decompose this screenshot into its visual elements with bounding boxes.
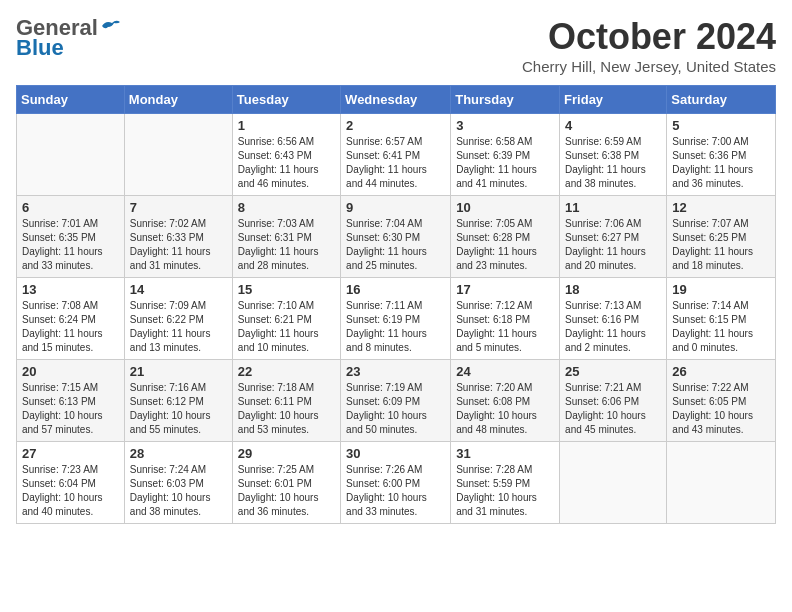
- day-info: Sunrise: 7:06 AM Sunset: 6:27 PM Dayligh…: [565, 217, 661, 273]
- day-info: Sunrise: 7:28 AM Sunset: 5:59 PM Dayligh…: [456, 463, 554, 519]
- logo-blue: Blue: [16, 36, 64, 60]
- calendar-cell: 5Sunrise: 7:00 AM Sunset: 6:36 PM Daylig…: [667, 114, 776, 196]
- calendar-cell: 30Sunrise: 7:26 AM Sunset: 6:00 PM Dayli…: [341, 442, 451, 524]
- day-info: Sunrise: 7:01 AM Sunset: 6:35 PM Dayligh…: [22, 217, 119, 273]
- calendar-cell: 14Sunrise: 7:09 AM Sunset: 6:22 PM Dayli…: [124, 278, 232, 360]
- day-number: 4: [565, 118, 661, 133]
- calendar-cell: 18Sunrise: 7:13 AM Sunset: 6:16 PM Dayli…: [560, 278, 667, 360]
- day-number: 6: [22, 200, 119, 215]
- day-info: Sunrise: 7:12 AM Sunset: 6:18 PM Dayligh…: [456, 299, 554, 355]
- calendar-week-row: 13Sunrise: 7:08 AM Sunset: 6:24 PM Dayli…: [17, 278, 776, 360]
- day-number: 3: [456, 118, 554, 133]
- calendar-cell: 4Sunrise: 6:59 AM Sunset: 6:38 PM Daylig…: [560, 114, 667, 196]
- calendar-cell: 21Sunrise: 7:16 AM Sunset: 6:12 PM Dayli…: [124, 360, 232, 442]
- day-number: 16: [346, 282, 445, 297]
- weekday-header-wednesday: Wednesday: [341, 86, 451, 114]
- day-number: 30: [346, 446, 445, 461]
- calendar-cell: 17Sunrise: 7:12 AM Sunset: 6:18 PM Dayli…: [451, 278, 560, 360]
- calendar-cell: [667, 442, 776, 524]
- day-number: 17: [456, 282, 554, 297]
- weekday-header-row: SundayMondayTuesdayWednesdayThursdayFrid…: [17, 86, 776, 114]
- location: Cherry Hill, New Jersey, United States: [522, 58, 776, 75]
- day-number: 26: [672, 364, 770, 379]
- calendar-cell: 11Sunrise: 7:06 AM Sunset: 6:27 PM Dayli…: [560, 196, 667, 278]
- day-info: Sunrise: 7:00 AM Sunset: 6:36 PM Dayligh…: [672, 135, 770, 191]
- day-number: 5: [672, 118, 770, 133]
- day-info: Sunrise: 7:05 AM Sunset: 6:28 PM Dayligh…: [456, 217, 554, 273]
- day-number: 22: [238, 364, 335, 379]
- calendar-week-row: 6Sunrise: 7:01 AM Sunset: 6:35 PM Daylig…: [17, 196, 776, 278]
- calendar-cell: 31Sunrise: 7:28 AM Sunset: 5:59 PM Dayli…: [451, 442, 560, 524]
- page-header: General Blue October 2024 Cherry Hill, N…: [16, 16, 776, 75]
- month-title: October 2024: [522, 16, 776, 58]
- day-info: Sunrise: 7:25 AM Sunset: 6:01 PM Dayligh…: [238, 463, 335, 519]
- logo-bird-icon: [100, 18, 122, 34]
- day-number: 19: [672, 282, 770, 297]
- day-number: 1: [238, 118, 335, 133]
- day-number: 7: [130, 200, 227, 215]
- day-number: 31: [456, 446, 554, 461]
- calendar-week-row: 27Sunrise: 7:23 AM Sunset: 6:04 PM Dayli…: [17, 442, 776, 524]
- calendar-cell: 19Sunrise: 7:14 AM Sunset: 6:15 PM Dayli…: [667, 278, 776, 360]
- day-number: 10: [456, 200, 554, 215]
- calendar-cell: 6Sunrise: 7:01 AM Sunset: 6:35 PM Daylig…: [17, 196, 125, 278]
- calendar-table: SundayMondayTuesdayWednesdayThursdayFrid…: [16, 85, 776, 524]
- calendar-cell: [124, 114, 232, 196]
- day-number: 13: [22, 282, 119, 297]
- title-section: October 2024 Cherry Hill, New Jersey, Un…: [522, 16, 776, 75]
- day-number: 27: [22, 446, 119, 461]
- day-info: Sunrise: 7:21 AM Sunset: 6:06 PM Dayligh…: [565, 381, 661, 437]
- calendar-cell: 8Sunrise: 7:03 AM Sunset: 6:31 PM Daylig…: [232, 196, 340, 278]
- day-number: 15: [238, 282, 335, 297]
- day-info: Sunrise: 7:18 AM Sunset: 6:11 PM Dayligh…: [238, 381, 335, 437]
- day-info: Sunrise: 7:07 AM Sunset: 6:25 PM Dayligh…: [672, 217, 770, 273]
- day-info: Sunrise: 7:04 AM Sunset: 6:30 PM Dayligh…: [346, 217, 445, 273]
- day-info: Sunrise: 7:03 AM Sunset: 6:31 PM Dayligh…: [238, 217, 335, 273]
- calendar-cell: [560, 442, 667, 524]
- calendar-cell: [17, 114, 125, 196]
- day-info: Sunrise: 7:26 AM Sunset: 6:00 PM Dayligh…: [346, 463, 445, 519]
- calendar-cell: 27Sunrise: 7:23 AM Sunset: 6:04 PM Dayli…: [17, 442, 125, 524]
- calendar-cell: 23Sunrise: 7:19 AM Sunset: 6:09 PM Dayli…: [341, 360, 451, 442]
- calendar-cell: 24Sunrise: 7:20 AM Sunset: 6:08 PM Dayli…: [451, 360, 560, 442]
- calendar-week-row: 20Sunrise: 7:15 AM Sunset: 6:13 PM Dayli…: [17, 360, 776, 442]
- weekday-header-friday: Friday: [560, 86, 667, 114]
- day-number: 21: [130, 364, 227, 379]
- day-info: Sunrise: 6:59 AM Sunset: 6:38 PM Dayligh…: [565, 135, 661, 191]
- logo: General Blue: [16, 16, 122, 60]
- weekday-header-thursday: Thursday: [451, 86, 560, 114]
- day-info: Sunrise: 7:19 AM Sunset: 6:09 PM Dayligh…: [346, 381, 445, 437]
- day-info: Sunrise: 7:16 AM Sunset: 6:12 PM Dayligh…: [130, 381, 227, 437]
- day-info: Sunrise: 7:10 AM Sunset: 6:21 PM Dayligh…: [238, 299, 335, 355]
- day-number: 24: [456, 364, 554, 379]
- day-info: Sunrise: 6:57 AM Sunset: 6:41 PM Dayligh…: [346, 135, 445, 191]
- calendar-cell: 1Sunrise: 6:56 AM Sunset: 6:43 PM Daylig…: [232, 114, 340, 196]
- day-number: 23: [346, 364, 445, 379]
- day-number: 29: [238, 446, 335, 461]
- calendar-week-row: 1Sunrise: 6:56 AM Sunset: 6:43 PM Daylig…: [17, 114, 776, 196]
- calendar-cell: 10Sunrise: 7:05 AM Sunset: 6:28 PM Dayli…: [451, 196, 560, 278]
- calendar-cell: 7Sunrise: 7:02 AM Sunset: 6:33 PM Daylig…: [124, 196, 232, 278]
- calendar-cell: 22Sunrise: 7:18 AM Sunset: 6:11 PM Dayli…: [232, 360, 340, 442]
- calendar-cell: 28Sunrise: 7:24 AM Sunset: 6:03 PM Dayli…: [124, 442, 232, 524]
- day-info: Sunrise: 6:56 AM Sunset: 6:43 PM Dayligh…: [238, 135, 335, 191]
- day-info: Sunrise: 7:11 AM Sunset: 6:19 PM Dayligh…: [346, 299, 445, 355]
- day-number: 11: [565, 200, 661, 215]
- weekday-header-saturday: Saturday: [667, 86, 776, 114]
- day-info: Sunrise: 7:02 AM Sunset: 6:33 PM Dayligh…: [130, 217, 227, 273]
- calendar-cell: 3Sunrise: 6:58 AM Sunset: 6:39 PM Daylig…: [451, 114, 560, 196]
- calendar-cell: 15Sunrise: 7:10 AM Sunset: 6:21 PM Dayli…: [232, 278, 340, 360]
- day-number: 18: [565, 282, 661, 297]
- weekday-header-sunday: Sunday: [17, 86, 125, 114]
- day-info: Sunrise: 7:13 AM Sunset: 6:16 PM Dayligh…: [565, 299, 661, 355]
- weekday-header-monday: Monday: [124, 86, 232, 114]
- day-info: Sunrise: 6:58 AM Sunset: 6:39 PM Dayligh…: [456, 135, 554, 191]
- day-info: Sunrise: 7:09 AM Sunset: 6:22 PM Dayligh…: [130, 299, 227, 355]
- calendar-cell: 20Sunrise: 7:15 AM Sunset: 6:13 PM Dayli…: [17, 360, 125, 442]
- calendar-cell: 9Sunrise: 7:04 AM Sunset: 6:30 PM Daylig…: [341, 196, 451, 278]
- day-info: Sunrise: 7:14 AM Sunset: 6:15 PM Dayligh…: [672, 299, 770, 355]
- day-number: 14: [130, 282, 227, 297]
- day-number: 2: [346, 118, 445, 133]
- calendar-cell: 2Sunrise: 6:57 AM Sunset: 6:41 PM Daylig…: [341, 114, 451, 196]
- day-number: 12: [672, 200, 770, 215]
